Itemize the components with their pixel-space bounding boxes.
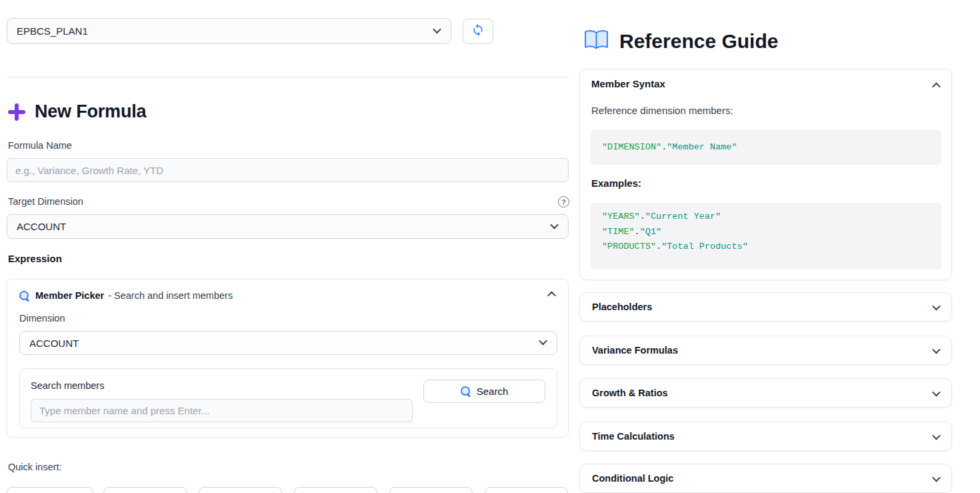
code-dimension-token: "DIMENSION" [602,142,661,152]
section-title: Growth & Ratios [592,388,668,398]
quick-insert-button[interactable] [103,487,187,493]
refresh-icon [471,23,485,39]
member-syntax-header[interactable]: Member Syntax [591,78,925,89]
target-dimension-label: Target Dimension [8,196,83,207]
chevron-down-icon [932,302,941,310]
member-search-panel: Search members Search [19,368,557,428]
chevron-down-icon [550,220,559,229]
member-picker-card: Member Picker - Search and insert member… [7,279,569,438]
member-picker-header[interactable]: Member Picker - Search and insert member… [19,288,541,303]
formula-builder-page: EPBCS_PLAN1 New Formula Formula Name Tar… [0,0,980,493]
code-member-token: "Member Name" [667,142,737,152]
page-title: New Formula [35,101,146,122]
code-separator-token: . [656,241,661,252]
code-member-token: "Current Year" [645,211,721,221]
quick-insert-button[interactable] [7,487,93,493]
search-button[interactable]: Search [423,380,545,403]
reference-guide-title: Reference Guide [619,30,778,53]
search-icon [461,386,471,396]
reference-guide-heading: Reference Guide [584,29,778,53]
quick-insert-button[interactable] [485,487,568,493]
code-line: "PRODUCTS"."Total Products" [602,239,930,255]
examples-label: Examples: [591,177,641,189]
open-book-icon [584,29,609,53]
member-syntax-card: Member Syntax Reference dimension member… [579,69,952,280]
member-syntax-title: Member Syntax [591,78,665,89]
quick-insert-label: Quick insert: [8,462,62,472]
section-variance-formulas[interactable]: Variance Formulas [579,336,952,365]
section-title: Conditional Logic [592,473,673,484]
dimension-select[interactable]: ACCOUNT [19,331,557,355]
refresh-button[interactable] [463,19,493,44]
code-dimension-token: "YEARS" [602,211,640,221]
chevron-down-icon [932,473,941,482]
help-icon[interactable]: ? [558,196,569,207]
syntax-code-block: "DIMENSION"."Member Name" [591,129,941,165]
chevron-down-icon [932,431,941,440]
chevron-down-icon [932,345,941,354]
code-line: "YEARS"."Current Year" [602,209,930,225]
dimension-label: Dimension [19,313,65,324]
target-dimension-value: ACCOUNT [17,221,66,232]
search-members-label: Search members [31,380,104,391]
target-dimension-select[interactable]: ACCOUNT [7,214,569,239]
section-title: Placeholders [592,302,652,312]
quick-insert-button[interactable] [389,487,473,493]
section-title: Time Calculations [592,431,675,442]
code-member-token: "Q1" [640,227,661,237]
section-title: Variance Formulas [592,345,678,356]
member-syntax-intro: Reference dimension members: [591,105,733,116]
section-growth-ratios[interactable]: Growth & Ratios [579,378,952,408]
formula-name-input[interactable] [7,158,569,182]
quick-insert-button[interactable] [294,487,377,493]
code-separator-token: . [635,227,640,237]
examples-code-block: "YEARS"."Current Year" "TIME"."Q1" "PROD… [591,203,941,270]
formula-name-label: Formula Name [8,140,72,151]
code-separator-token: . [640,211,645,221]
code-dimension-token: "TIME" [602,227,635,237]
member-search-input[interactable] [31,399,413,422]
dimension-select-value: ACCOUNT [29,338,79,349]
code-dimension-token: "PRODUCTS" [602,241,656,252]
code-member-token: "Total Products" [661,241,748,252]
member-picker-title: Member Picker [35,290,104,301]
chevron-down-icon [539,337,547,346]
chevron-up-icon[interactable] [932,83,941,91]
plan-select[interactable]: EPBCS_PLAN1 [7,18,451,44]
chevron-down-icon [932,388,941,396]
search-icon [19,291,29,301]
quick-insert-button[interactable] [199,487,282,493]
member-picker-subtitle: - Search and insert members [108,290,233,301]
code-separator-token: . [661,142,667,152]
search-button-label: Search [477,386,509,397]
new-formula-heading: New Formula [8,101,146,122]
plus-icon [8,103,25,121]
section-time-calculations[interactable]: Time Calculations [579,422,952,451]
chevron-up-icon[interactable] [547,292,556,300]
section-conditional-logic[interactable]: Conditional Logic [579,464,952,493]
section-placeholders[interactable]: Placeholders [579,292,952,322]
expression-label: Expression [8,253,62,264]
divider [7,77,569,77]
plan-select-value: EPBCS_PLAN1 [17,25,88,37]
code-line: "TIME"."Q1" [602,225,930,240]
chevron-down-icon [433,25,441,33]
